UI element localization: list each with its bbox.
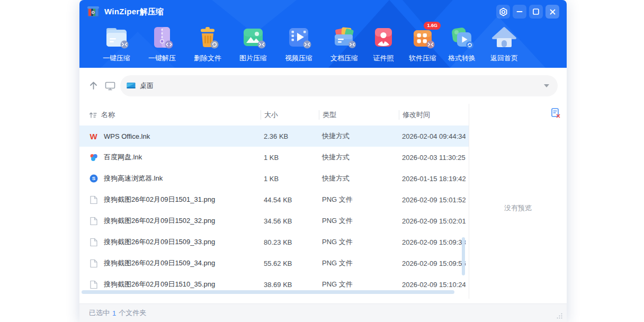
toolbar-item-one-click-compress[interactable]: 一键压缩 bbox=[94, 25, 139, 63]
file-type: PNG 文件 bbox=[319, 258, 399, 268]
table-row[interactable]: 搜狗截图26年02月09日1509_33.png 80.23 KB PNG 文件… bbox=[79, 231, 469, 253]
file-size: 1 KB bbox=[261, 175, 319, 183]
toolbar-item-label: 图片压缩 bbox=[239, 53, 267, 63]
file-name: 百度网盘.lnk bbox=[104, 153, 142, 162]
toolbar-item-software-compress[interactable]: 1.6G 软件压缩 bbox=[403, 25, 442, 63]
status-text: 已选中 bbox=[89, 308, 110, 318]
image-compress-icon bbox=[240, 25, 266, 50]
file-modified: 2026-02-03 11:30:25 bbox=[399, 154, 466, 162]
doc-compress-icon bbox=[331, 25, 357, 50]
close-button[interactable] bbox=[545, 5, 559, 19]
file-icon bbox=[89, 280, 98, 289]
toolbar-item-label: 视频压缩 bbox=[285, 53, 312, 63]
selected-count: 1 bbox=[112, 309, 116, 317]
file-size: 34.56 KB bbox=[261, 217, 319, 225]
toolbar-item-label: 证件照 bbox=[373, 53, 394, 63]
file-name: 搜狗截图26年02月09日1501_31.png bbox=[104, 195, 215, 204]
toolbar-item-format-convert[interactable]: 格式转换 bbox=[442, 25, 481, 63]
file-type: PNG 文件 bbox=[319, 216, 399, 226]
maximize-icon bbox=[533, 8, 539, 15]
toolbar-item-id-photo[interactable]: 证件照 bbox=[364, 25, 403, 63]
app-logo-icon bbox=[87, 5, 100, 18]
file-modified: 2026-02-04 09:44:34 bbox=[399, 132, 466, 140]
file-size: 55.62 KB bbox=[261, 260, 319, 267]
minimize-button[interactable] bbox=[513, 5, 526, 19]
file-type: PNG 文件 bbox=[319, 237, 399, 247]
file-name: 搜狗截图26年02月09日1502_32.png bbox=[104, 216, 215, 226]
svg-text:S: S bbox=[92, 175, 95, 181]
preview-panel: 没有预览 bbox=[469, 104, 567, 299]
column-header-size[interactable]: 大小 bbox=[261, 110, 319, 120]
toolbar-item-one-click-extract[interactable]: 一键解压 bbox=[139, 25, 185, 63]
table-row[interactable]: S 搜狗高速浏览器.lnk 1 KB 快捷方式 2026-01-15 18:19… bbox=[79, 168, 469, 189]
arrow-up-icon bbox=[88, 80, 99, 91]
table-row[interactable]: 搜狗截图26年02月09日1502_32.png 34.56 KB PNG 文件… bbox=[79, 210, 469, 231]
file-type: 快捷方式 bbox=[319, 131, 399, 141]
minimize-icon bbox=[516, 8, 523, 15]
toolbar-item-label: 删除文件 bbox=[194, 53, 221, 63]
file-modified: 2026-02-09 15:10:24 bbox=[399, 281, 466, 289]
column-header-modified[interactable]: 修改时间 bbox=[399, 110, 469, 120]
toolbar-item-label: 一键解压 bbox=[148, 53, 176, 63]
titlebar: WinZiper解压缩 bbox=[79, 0, 567, 23]
toolbar-item-label: 格式转换 bbox=[448, 53, 476, 63]
file-modified: 2026-02-09 15:02:01 bbox=[399, 217, 466, 225]
toolbar-item-back-home[interactable]: 返回首页 bbox=[481, 25, 527, 63]
table-header: 名称 大小 类型 修改时间 bbox=[79, 106, 469, 123]
video-compress-icon bbox=[285, 25, 312, 50]
table-row[interactable]: 搜狗截图26年02月09日1501_31.png 44.54 KB PNG 文件… bbox=[79, 189, 469, 210]
app-window: WinZiper解压缩 bbox=[79, 0, 567, 322]
baidu-netdisk-icon bbox=[89, 153, 98, 162]
file-name: WPS Office.lnk bbox=[104, 132, 150, 140]
back-home-icon bbox=[491, 25, 517, 50]
up-button[interactable] bbox=[88, 80, 99, 93]
toolbar-item-label: 文档压缩 bbox=[330, 53, 358, 63]
one-click-extract-icon bbox=[149, 25, 175, 50]
file-name: 搜狗截图26年02月09日1509_34.png bbox=[104, 258, 215, 268]
desktop-location-icon bbox=[127, 82, 136, 90]
file-modified: 2026-02-09 15:09:56 bbox=[399, 260, 466, 267]
toolbar-item-video-compress[interactable]: 视频压缩 bbox=[276, 25, 321, 63]
file-size: 2.36 KB bbox=[261, 132, 319, 140]
column-header-name[interactable]: 名称 bbox=[79, 110, 261, 120]
software-compress-icon: 1.6G bbox=[409, 25, 436, 50]
file-icon bbox=[89, 195, 98, 204]
window-controls bbox=[496, 5, 559, 19]
desktop-button[interactable] bbox=[105, 82, 115, 93]
sort-icon bbox=[89, 112, 97, 118]
breadcrumb[interactable]: 桌面 bbox=[120, 75, 558, 96]
horizontal-scrollbar[interactable] bbox=[82, 290, 454, 294]
table-row[interactable]: 百度网盘.lnk 1 KB 快捷方式 2026-02-03 11:30:25 bbox=[79, 147, 469, 168]
one-click-compress-icon bbox=[103, 25, 130, 50]
toolbar-item-image-compress[interactable]: 图片压缩 bbox=[230, 25, 276, 63]
file-type: PNG 文件 bbox=[319, 195, 399, 204]
window-title: WinZiper解压缩 bbox=[104, 7, 164, 17]
navbar: 桌面 bbox=[79, 68, 567, 104]
close-preview-icon bbox=[551, 108, 560, 118]
file-name: 搜狗高速浏览器.lnk bbox=[104, 174, 163, 183]
toolbar-item-doc-compress[interactable]: 文档压缩 bbox=[325, 25, 364, 63]
settings-button[interactable] bbox=[496, 5, 510, 19]
file-size: 38.69 KB bbox=[261, 281, 319, 289]
table-row[interactable]: W WPS Office.lnk 2.36 KB 快捷方式 2026-02-04… bbox=[79, 126, 469, 147]
vertical-scrollbar[interactable] bbox=[462, 237, 465, 275]
id-photo-icon bbox=[370, 25, 397, 50]
file-modified: 2026-02-09 15:09:33 bbox=[399, 238, 466, 246]
toolbar-item-label: 软件压缩 bbox=[409, 53, 436, 63]
file-type: 快捷方式 bbox=[319, 174, 399, 183]
maximize-button[interactable] bbox=[529, 5, 543, 19]
resize-grip-icon[interactable] bbox=[557, 313, 562, 319]
table-row[interactable]: 搜狗截图26年02月09日1509_34.png 55.62 KB PNG 文件… bbox=[79, 253, 469, 274]
file-modified: 2026-02-09 15:01:52 bbox=[399, 196, 466, 204]
chevron-down-icon[interactable] bbox=[544, 84, 549, 87]
file-size: 80.23 KB bbox=[261, 238, 319, 246]
close-icon bbox=[550, 9, 556, 15]
file-list: W WPS Office.lnk 2.36 KB 快捷方式 2026-02-04… bbox=[79, 126, 469, 295]
gear-icon bbox=[499, 7, 508, 16]
close-preview-button[interactable] bbox=[551, 108, 560, 120]
file-type: PNG 文件 bbox=[319, 280, 399, 289]
column-header-type[interactable]: 类型 bbox=[319, 110, 399, 120]
toolbar-item-delete-files[interactable]: 删除文件 bbox=[185, 25, 230, 63]
file-name: 搜狗截图26年02月09日1509_33.png bbox=[104, 237, 215, 247]
delete-files-icon bbox=[194, 25, 221, 50]
